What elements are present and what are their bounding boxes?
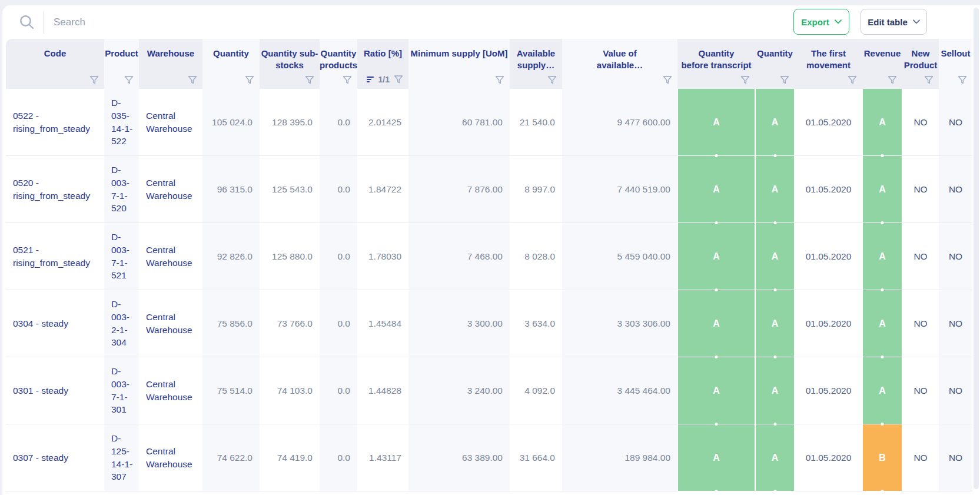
header-label-quantity_before_transcript: Quantity before transcript — [681, 48, 751, 72]
cell-text-code: 0307 - steady — [13, 451, 68, 464]
header-cell-first_movement[interactable]: The first movement — [795, 39, 862, 89]
filter-icon-quantity_grade[interactable] — [780, 76, 789, 84]
cell-revenue: A — [862, 223, 902, 290]
cell-product: D-003-2-1-304 — [104, 290, 139, 357]
cell-code: 0520 - rising_from_steady — [6, 156, 104, 223]
header-cell-quantity_grade[interactable]: Quantity — [755, 39, 795, 89]
cell-quantity_before_transcript: A — [677, 424, 755, 491]
header-cell-quantity[interactable]: Quantity — [202, 39, 260, 89]
filter-icon-sellout[interactable] — [958, 76, 967, 84]
cell-text-sellout: NO — [949, 251, 962, 262]
sort-state: 1/1 — [378, 75, 390, 84]
table-row[interactable]: 0520 - rising_from_steadyD-003-7-1-520Ce… — [6, 156, 972, 223]
cell-text-ratio: 1.43117 — [369, 453, 401, 463]
header-controls-available_supply — [510, 76, 562, 89]
grade-badge: A — [862, 357, 902, 424]
content-card: Export Edit table CodeProductWarehouseQu… — [2, 5, 980, 495]
header-cell-new_product[interactable]: New Product — [902, 39, 939, 89]
cell-first_movement: 01.05.2020 — [795, 156, 862, 223]
cell-text-sellout: NO — [949, 117, 962, 128]
cell-quantity_products: 0.0 — [320, 290, 357, 357]
header-cell-code[interactable]: Code — [6, 39, 104, 89]
cell-ratio: 1.78030 — [357, 223, 408, 290]
cell-text-sellout: NO — [949, 184, 962, 195]
header-controls-sellout — [939, 76, 972, 89]
cell-text-quantity: 74 622.0 — [217, 453, 253, 463]
vertical-scrollbar[interactable] — [974, 8, 979, 489]
cell-text-quantity_products: 0.0 — [337, 318, 350, 329]
filter-icon-value_of_available[interactable] — [663, 76, 672, 84]
header-cell-value_of_available[interactable]: Value of available… — [562, 39, 677, 89]
cell-text-first_movement: 01.05.2020 — [806, 386, 852, 396]
table-row[interactable]: 0301 - steadyD-003-7-1-301Central Wareho… — [6, 357, 972, 424]
cell-product: D-003-7-1-301 — [104, 357, 139, 424]
filter-icon-quantity_products[interactable] — [343, 76, 352, 84]
header-label-quantity_products: Quantity products — [320, 48, 357, 72]
cell-warehouse: Central Warehouse — [139, 357, 202, 424]
cell-minimum_supply: 7 468.00 — [408, 223, 510, 290]
header-controls-revenue — [862, 76, 902, 89]
header-cell-ratio[interactable]: Ratio [%]1/1 — [357, 39, 408, 89]
filter-icon-available_supply[interactable] — [547, 76, 557, 84]
toolbar: Export Edit table — [2, 5, 980, 39]
cell-quantity_sub_stocks: 128 395.0 — [260, 89, 320, 156]
edit-table-button[interactable]: Edit table — [861, 9, 927, 35]
header-cell-minimum_supply[interactable]: Minimum supply [UoM] — [408, 39, 510, 89]
sort-icon-ratio[interactable] — [367, 76, 374, 83]
table-row[interactable]: 0304 - steadyD-003-2-1-304Central Wareho… — [6, 290, 972, 357]
filter-icon-new_product[interactable] — [924, 76, 934, 84]
cell-quantity_sub_stocks: 74 419.0 — [260, 424, 320, 491]
cell-text-quantity_sub_stocks: 73 766.0 — [277, 318, 313, 329]
search-input[interactable] — [54, 16, 360, 28]
cell-text-product: D-003-7-1-521 — [111, 231, 135, 282]
filter-icon-quantity_sub_stocks[interactable] — [305, 76, 314, 84]
filter-icon-ratio[interactable] — [394, 75, 403, 84]
table-row[interactable]: 0307 - steadyD-125-14-1-307Central Wareh… — [6, 424, 972, 491]
table-row[interactable]: 0522 - rising_from_steadyD-035-14-1-522C… — [6, 89, 972, 156]
filter-icon-minimum_supply[interactable] — [495, 76, 504, 84]
filter-icon-warehouse[interactable] — [188, 76, 197, 84]
header-cell-sellout[interactable]: Sellout — [939, 39, 972, 89]
grade-badge: A — [862, 89, 902, 155]
grade-badge: A — [755, 156, 795, 222]
header-cell-quantity_products[interactable]: Quantity products — [320, 39, 357, 89]
filter-icon-product[interactable] — [124, 76, 134, 84]
export-button[interactable]: Export — [793, 9, 849, 35]
cell-text-quantity_products: 0.0 — [337, 251, 350, 262]
header-cell-available_supply[interactable]: Available supply… — [510, 39, 562, 89]
header-controls-first_movement — [795, 76, 862, 89]
cell-product: D-035-14-1-522 — [104, 89, 139, 156]
header-cell-quantity_sub_stocks[interactable]: Quantity sub- stocks — [260, 39, 320, 89]
cell-available_supply: 31 664.0 — [510, 424, 562, 491]
cell-value_of_available: 3 445 464.00 — [562, 357, 677, 424]
table-row[interactable]: 0521 - rising_from_steadyD-003-7-1-521Ce… — [6, 223, 972, 290]
cell-text-available_supply: 8 997.0 — [524, 184, 555, 195]
header-cell-quantity_before_transcript[interactable]: Quantity before transcript — [677, 39, 755, 89]
cell-new_product: NO — [902, 290, 939, 357]
cell-sellout: NO — [939, 424, 972, 491]
cell-text-first_movement: 01.05.2020 — [806, 184, 852, 195]
cell-text-warehouse: Central Warehouse — [146, 177, 199, 202]
cell-value_of_available: 5 459 040.00 — [562, 223, 677, 290]
cell-text-minimum_supply: 60 781.00 — [462, 117, 503, 128]
grade-badge: A — [862, 290, 902, 357]
filter-icon-quantity_before_transcript[interactable] — [740, 76, 750, 84]
edit-table-button-label: Edit table — [868, 17, 908, 27]
cell-text-value_of_available: 5 459 040.00 — [617, 251, 670, 262]
cell-text-quantity: 75 856.0 — [217, 318, 253, 329]
header-cell-product[interactable]: Product — [104, 39, 139, 89]
filter-icon-quantity[interactable] — [245, 76, 254, 84]
filter-icon-first_movement[interactable] — [848, 76, 857, 84]
filter-icon-revenue[interactable] — [888, 76, 897, 84]
toolbar-divider — [44, 11, 44, 34]
cell-text-ratio: 1.45484 — [368, 318, 401, 329]
cell-new_product: NO — [902, 223, 939, 290]
header-cell-revenue[interactable]: Revenue — [862, 39, 902, 89]
grade-badge: A — [677, 89, 755, 155]
filter-icon-code[interactable] — [89, 76, 99, 84]
header-cell-warehouse[interactable]: Warehouse — [139, 39, 202, 89]
grade-badge: A — [755, 290, 795, 357]
cell-sellout: NO — [939, 290, 972, 357]
search-icon[interactable] — [18, 14, 35, 31]
cell-quantity_sub_stocks: 74 103.0 — [260, 357, 320, 424]
